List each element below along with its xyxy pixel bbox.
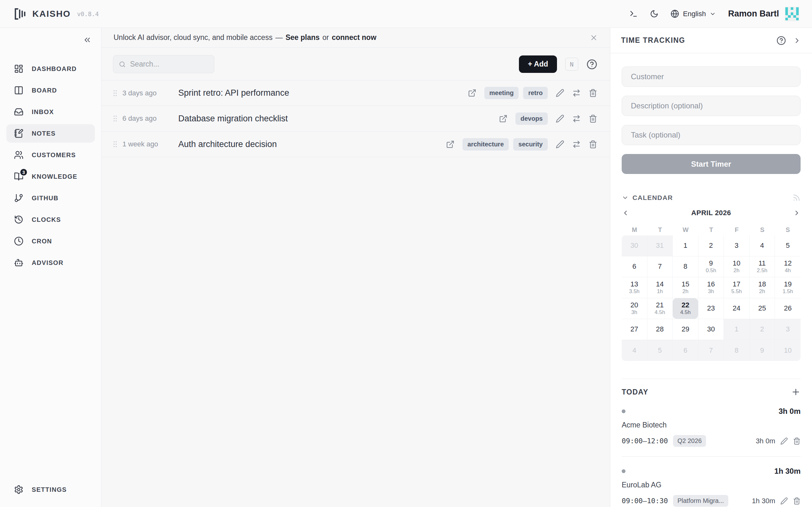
panel-help-icon[interactable] [776, 36, 786, 45]
drag-handle-icon[interactable] [111, 89, 119, 98]
dark-mode-icon[interactable] [650, 9, 658, 18]
calendar-day[interactable]: 163h [699, 277, 724, 298]
note-tag[interactable]: architecture [462, 138, 509, 151]
connect-now-link[interactable]: connect now [332, 33, 376, 42]
sidebar-item-advisor[interactable]: ADVISOR [6, 253, 95, 272]
calendar-day[interactable]: 8 [724, 340, 750, 361]
delete-note-icon[interactable] [589, 114, 597, 123]
calendar-day[interactable]: 24 [724, 298, 750, 319]
language-selector[interactable]: English [670, 9, 716, 18]
sidebar-collapse-icon[interactable] [83, 36, 92, 44]
note-tag[interactable]: security [513, 138, 548, 151]
convert-note-icon[interactable] [572, 89, 581, 97]
note-row[interactable]: 6 days ago Database migration checklist … [101, 106, 610, 131]
calendar-day[interactable]: 191.5h [775, 277, 801, 298]
calendar-day[interactable]: 3 [724, 235, 750, 257]
start-timer-button[interactable]: Start Timer [622, 154, 801, 174]
customer-field[interactable] [622, 66, 801, 87]
open-note-icon[interactable] [446, 140, 455, 149]
calendar-day[interactable]: 25 [750, 298, 775, 319]
calendar-day[interactable]: 133.5h [622, 277, 647, 298]
feed-icon[interactable] [792, 193, 801, 202]
panel-collapse-icon[interactable] [793, 37, 801, 45]
note-row[interactable]: 3 days ago Sprint retro: API performance… [101, 80, 610, 106]
calendar-day[interactable]: 6 [673, 340, 699, 361]
edit-note-icon[interactable] [556, 114, 564, 123]
edit-note-icon[interactable] [556, 89, 564, 97]
calendar-day[interactable]: 203h [622, 298, 647, 319]
sidebar-item-github[interactable]: GITHUB [6, 189, 95, 207]
sidebar-item-customers[interactable]: CUSTOMERS [6, 146, 95, 164]
open-note-icon[interactable] [468, 89, 476, 97]
calendar-day[interactable]: 7 [647, 257, 673, 277]
calendar-day[interactable]: 27 [622, 319, 647, 340]
drag-handle-icon[interactable] [111, 114, 119, 123]
calendar-day[interactable]: 8 [673, 257, 699, 277]
calendar-day[interactable]: 4 [750, 235, 775, 257]
search-input[interactable] [130, 60, 208, 68]
see-plans-link[interactable]: See plans [286, 33, 319, 42]
sidebar-item-settings[interactable]: SETTINGS [6, 481, 95, 499]
calendar-day[interactable]: 102h [724, 257, 750, 277]
calendar-day[interactable]: 224.5h [673, 298, 699, 319]
calendar-day[interactable]: 30 [699, 319, 724, 340]
terminal-icon[interactable] [629, 9, 638, 18]
calendar-day[interactable]: 152h [673, 277, 699, 298]
sidebar-item-cron[interactable]: CRON [6, 232, 95, 250]
calendar-collapse-icon[interactable] [622, 194, 629, 201]
calendar-day[interactable]: 28 [647, 319, 673, 340]
calendar-day[interactable]: 90.5h [699, 257, 724, 277]
next-month-icon[interactable] [793, 209, 801, 217]
calendar-day[interactable]: 182h [750, 277, 775, 298]
calendar-day[interactable]: 31 [647, 235, 673, 257]
calendar-day[interactable]: 175.5h [724, 277, 750, 298]
sidebar-item-notes[interactable]: NOTES [6, 124, 95, 143]
delete-entry-icon[interactable] [793, 497, 801, 505]
calendar-day[interactable]: 2 [699, 235, 724, 257]
calendar-day[interactable]: 4 [622, 340, 647, 361]
description-field[interactable] [622, 96, 801, 116]
calendar-day[interactable]: 1 [673, 235, 699, 257]
sidebar-item-board[interactable]: BOARD [6, 81, 95, 100]
note-tag[interactable]: meeting [484, 87, 519, 99]
sidebar-item-clocks[interactable]: CLOCKS [6, 210, 95, 229]
calendar-day[interactable]: 5 [647, 340, 673, 361]
user-menu[interactable]: Ramon Bartl [728, 7, 799, 21]
calendar-day[interactable]: 30 [622, 235, 647, 257]
delete-note-icon[interactable] [589, 140, 597, 149]
note-row[interactable]: 1 week ago Auth architecture decision ar… [101, 131, 610, 157]
task-field[interactable] [622, 125, 801, 145]
calendar-day[interactable]: 6 [622, 257, 647, 277]
sidebar-item-knowledge[interactable]: 3 KNOWLEDGE [6, 167, 95, 186]
calendar-day[interactable]: 2 [750, 319, 775, 340]
note-tag[interactable]: devops [515, 112, 548, 125]
calendar-day[interactable]: 23 [699, 298, 724, 319]
sidebar-item-dashboard[interactable]: DASHBOARD [6, 60, 95, 78]
open-note-icon[interactable] [499, 114, 507, 123]
calendar-day[interactable]: 26 [775, 298, 801, 319]
calendar-day[interactable]: 29 [673, 319, 699, 340]
sidebar-item-inbox[interactable]: INBOX [6, 103, 95, 121]
calendar-day[interactable]: 214.5h [647, 298, 673, 319]
calendar-day[interactable]: 10 [775, 340, 801, 361]
edit-entry-icon[interactable] [780, 497, 788, 505]
drag-handle-icon[interactable] [111, 139, 119, 149]
calendar-day[interactable]: 3 [775, 319, 801, 340]
convert-note-icon[interactable] [572, 140, 581, 149]
calendar-day[interactable]: 124h [775, 257, 801, 277]
calendar-day[interactable]: 5 [775, 235, 801, 257]
edit-entry-icon[interactable] [780, 437, 788, 445]
calendar-day[interactable]: 9 [750, 340, 775, 361]
add-entry-icon[interactable] [791, 387, 801, 397]
prev-month-icon[interactable] [622, 209, 629, 217]
calendar-day[interactable]: 141h [647, 277, 673, 298]
calendar-day[interactable]: 1 [724, 319, 750, 340]
close-icon[interactable] [590, 34, 598, 42]
delete-note-icon[interactable] [589, 89, 597, 97]
convert-note-icon[interactable] [572, 114, 581, 123]
calendar-day[interactable]: 7 [699, 340, 724, 361]
note-tag[interactable]: retro [523, 87, 548, 99]
calendar-day[interactable]: 112.5h [750, 257, 775, 277]
edit-note-icon[interactable] [556, 140, 564, 149]
help-icon[interactable] [587, 59, 597, 70]
